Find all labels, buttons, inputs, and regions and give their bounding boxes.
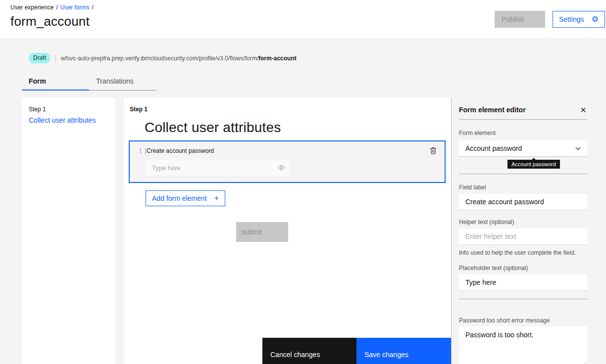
breadcrumb-separator: /	[56, 4, 57, 11]
breadcrumb-user-experience: User experience	[10, 4, 53, 11]
canvas-step-label: Step 1	[130, 106, 451, 113]
status-divider	[55, 54, 56, 62]
top-bar-actions: Publish Settings ⚙	[495, 0, 605, 38]
top-bar-left: User experience / User forms / form_acco…	[10, 0, 94, 38]
delete-element-button[interactable]	[429, 146, 438, 155]
breadcrumb-separator: /	[92, 4, 93, 11]
steps-panel: Step 1 Collect user attributes	[22, 97, 115, 364]
canvas-heading: Collect user attributes	[145, 120, 451, 136]
editor-divider	[459, 119, 587, 120]
form-element-editor-panel: Form element editor × Form element Accou…	[451, 97, 606, 364]
form-url-prefix: wfsvc-auto-prepfra.prep.verify.ibmclouds…	[61, 55, 258, 62]
steps-panel-step-label: Step 1	[29, 106, 108, 113]
form-canvas: Step 1 Collect user attributes ⋮⋮ Create…	[124, 97, 451, 364]
eye-icon[interactable]	[277, 164, 285, 172]
dropdown-tooltip: Account password	[507, 160, 560, 169]
app-window: User experience / User forms / form_acco…	[0, 0, 606, 364]
settings-button-label: Settings	[559, 15, 584, 23]
breadcrumb: User experience / User forms /	[10, 0, 94, 11]
form-url-slug: form-account	[258, 55, 297, 62]
helper-info-text: Info used to help the user complete the …	[459, 249, 587, 256]
placeholder-text-label: Placeholder text (optional)	[459, 265, 587, 272]
breadcrumb-user-forms-link[interactable]: User forms	[60, 4, 90, 11]
password-field[interactable]	[146, 164, 289, 172]
form-element-dropdown[interactable]: Account password Account password	[459, 140, 587, 157]
editor-title: Form element editor	[459, 106, 526, 114]
field-label-input[interactable]	[459, 194, 587, 210]
field-label-label: Field label	[459, 184, 587, 191]
cancel-changes-button[interactable]: Cancel changes	[262, 338, 356, 364]
helper-text-input[interactable]	[459, 228, 587, 245]
content-area: Step 1 Collect user attributes Step 1 Co…	[0, 97, 606, 364]
settings-button[interactable]: Settings ⚙	[553, 11, 605, 28]
drag-handle-icon[interactable]: ⋮⋮	[138, 147, 146, 154]
trash-icon	[430, 147, 437, 154]
form-element-header: ⋮⋮ Create account password	[138, 146, 438, 155]
publish-button[interactable]: Publish	[495, 11, 545, 28]
page-title: form_account	[10, 14, 94, 29]
add-form-element-label: Add form element	[152, 194, 207, 202]
tab-bar: Form Translations	[22, 74, 606, 91]
submit-button-preview[interactable]: submit	[236, 222, 288, 242]
add-form-element-button[interactable]: Add form element +	[146, 190, 225, 206]
password-error-textarea[interactable]: Password is too short.	[459, 326, 587, 364]
editor-divider	[459, 174, 587, 174]
form-element-dropdown-value: Account password	[465, 144, 522, 152]
gear-icon: ⚙	[592, 15, 599, 23]
form-element-password[interactable]: ⋮⋮ Create account password	[129, 140, 446, 183]
password-input-preview	[146, 160, 289, 176]
draft-status-badge: Draft	[29, 53, 50, 63]
close-icon[interactable]: ×	[579, 105, 587, 115]
password-error-label: Password too short error message	[459, 317, 587, 324]
tab-translations[interactable]: Translations	[89, 74, 156, 91]
save-changes-button[interactable]: Save changes	[356, 338, 451, 364]
form-element-label: Create account password	[147, 147, 214, 154]
editor-divider	[459, 299, 587, 299]
helper-text-label: Helper text (optional)	[459, 219, 587, 226]
editor-header: Form element editor ×	[459, 105, 587, 115]
password-error-field-wrap: Password is too short.	[459, 326, 587, 364]
workspace: Draft wfsvc-auto-prepfra.prep.verify.ibm…	[0, 38, 606, 364]
steps-panel-step-link[interactable]: Collect user attributes	[29, 116, 108, 124]
placeholder-text-input[interactable]	[459, 274, 587, 291]
form-element-field-label: Form element	[459, 130, 587, 136]
plus-icon: +	[214, 194, 219, 203]
status-row: Draft wfsvc-auto-prepfra.prep.verify.ibm…	[29, 53, 606, 63]
canvas-action-bar: Cancel changes Save changes	[262, 338, 451, 364]
tab-form[interactable]: Form	[22, 74, 89, 91]
chevron-down-icon	[575, 147, 581, 150]
top-bar: User experience / User forms / form_acco…	[0, 0, 606, 38]
form-url: wfsvc-auto-prepfra.prep.verify.ibmclouds…	[61, 55, 297, 62]
